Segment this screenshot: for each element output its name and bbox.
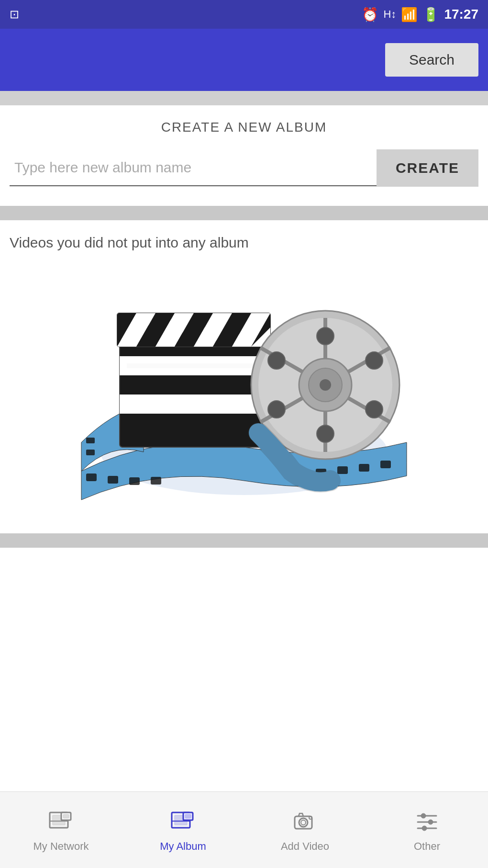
film-reel-svg: [72, 270, 416, 509]
svg-rect-1: [86, 473, 97, 481]
svg-rect-14: [120, 337, 268, 447]
svg-rect-35: [127, 363, 261, 368]
clock-time: 17:27: [444, 7, 478, 22]
nav-item-other[interactable]: Other: [366, 808, 488, 853]
svg-point-48: [366, 401, 383, 418]
videos-section-title: Videos you did not put into any album: [10, 235, 478, 251]
signal-bars-icon: 📶: [401, 7, 418, 23]
svg-rect-2: [108, 476, 118, 484]
my-network-icon: [47, 808, 76, 836]
add-video-icon: [291, 808, 320, 836]
header: Search: [0, 29, 488, 91]
h-signal-icon: H↕: [383, 8, 396, 21]
create-album-form: CREATE: [10, 149, 478, 187]
my-album-label: My Album: [160, 840, 206, 853]
svg-point-46: [366, 352, 383, 369]
svg-rect-9: [86, 438, 95, 443]
svg-rect-16: [120, 395, 268, 414]
status-bar: ⊡ ⏰ H↕ 📶 🔋 17:27: [0, 0, 488, 29]
svg-point-45: [268, 352, 285, 369]
status-bar-left: ⊡: [10, 8, 19, 21]
top-divider: [0, 91, 488, 105]
svg-rect-7: [359, 464, 369, 472]
create-album-title: CREATE A NEW ALBUM: [10, 120, 478, 135]
svg-rect-10: [86, 450, 95, 455]
bottom-divider: [0, 533, 488, 548]
nav-item-my-album[interactable]: My Album: [122, 808, 244, 853]
other-icon: [413, 808, 442, 836]
bottom-navigation: My Network My Album: [0, 791, 488, 868]
svg-rect-6: [337, 466, 348, 474]
other-label: Other: [414, 840, 440, 853]
svg-point-49: [320, 379, 331, 391]
svg-point-69: [422, 826, 427, 831]
nav-item-add-video[interactable]: Add Video: [244, 808, 366, 853]
status-bar-right: ⏰ H↕ 📶 🔋 17:27: [362, 7, 478, 23]
photo-icon: ⊡: [10, 8, 19, 21]
my-album-icon: [169, 808, 198, 836]
svg-point-44: [317, 425, 334, 442]
my-network-label: My Network: [33, 840, 89, 853]
svg-point-62: [301, 820, 306, 825]
alarm-icon: ⏰: [362, 7, 378, 23]
svg-point-68: [428, 820, 433, 824]
svg-point-47: [268, 401, 285, 418]
svg-point-61: [299, 818, 308, 827]
svg-rect-4: [151, 477, 161, 485]
film-illustration: [10, 260, 478, 519]
svg-point-43: [317, 327, 334, 345]
battery-icon: 🔋: [422, 7, 439, 23]
empty-content-area: [0, 548, 488, 682]
nav-item-my-network[interactable]: My Network: [0, 808, 122, 853]
middle-divider: [0, 206, 488, 220]
svg-rect-59: [185, 814, 191, 818]
album-name-input[interactable]: [10, 150, 377, 186]
videos-section: Videos you did not put into any album: [0, 220, 488, 524]
svg-point-63: [309, 816, 312, 819]
svg-point-67: [421, 813, 426, 818]
create-album-section: CREATE A NEW ALBUM CREATE: [0, 105, 488, 196]
create-button[interactable]: CREATE: [377, 149, 478, 187]
search-button[interactable]: Search: [385, 43, 478, 77]
svg-rect-8: [380, 461, 391, 468]
svg-rect-54: [63, 814, 69, 818]
svg-rect-3: [129, 477, 140, 485]
add-video-label: Add Video: [281, 840, 329, 853]
